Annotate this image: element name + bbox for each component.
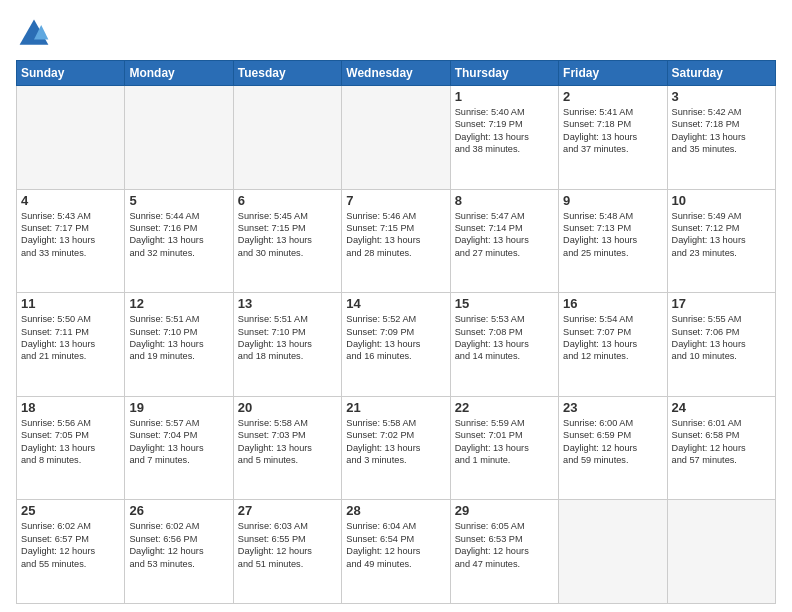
day-header-monday: Monday (125, 61, 233, 86)
day-number: 15 (455, 296, 554, 311)
calendar-cell: 20Sunrise: 5:58 AM Sunset: 7:03 PM Dayli… (233, 396, 341, 500)
cell-details: Sunrise: 5:51 AM Sunset: 7:10 PM Dayligh… (238, 313, 337, 363)
cell-details: Sunrise: 6:03 AM Sunset: 6:55 PM Dayligh… (238, 520, 337, 570)
day-header-wednesday: Wednesday (342, 61, 450, 86)
calendar-cell: 3Sunrise: 5:42 AM Sunset: 7:18 PM Daylig… (667, 86, 775, 190)
day-number: 18 (21, 400, 120, 415)
day-number: 19 (129, 400, 228, 415)
cell-details: Sunrise: 5:58 AM Sunset: 7:03 PM Dayligh… (238, 417, 337, 467)
cell-details: Sunrise: 6:01 AM Sunset: 6:58 PM Dayligh… (672, 417, 771, 467)
cell-details: Sunrise: 5:56 AM Sunset: 7:05 PM Dayligh… (21, 417, 120, 467)
day-number: 10 (672, 193, 771, 208)
calendar-cell: 17Sunrise: 5:55 AM Sunset: 7:06 PM Dayli… (667, 293, 775, 397)
calendar-cell (667, 500, 775, 604)
calendar-cell: 9Sunrise: 5:48 AM Sunset: 7:13 PM Daylig… (559, 189, 667, 293)
cell-details: Sunrise: 5:47 AM Sunset: 7:14 PM Dayligh… (455, 210, 554, 260)
day-number: 16 (563, 296, 662, 311)
day-number: 3 (672, 89, 771, 104)
calendar-cell: 26Sunrise: 6:02 AM Sunset: 6:56 PM Dayli… (125, 500, 233, 604)
day-number: 1 (455, 89, 554, 104)
calendar-cell: 4Sunrise: 5:43 AM Sunset: 7:17 PM Daylig… (17, 189, 125, 293)
calendar-cell: 2Sunrise: 5:41 AM Sunset: 7:18 PM Daylig… (559, 86, 667, 190)
calendar-cell: 6Sunrise: 5:45 AM Sunset: 7:15 PM Daylig… (233, 189, 341, 293)
calendar-cell: 16Sunrise: 5:54 AM Sunset: 7:07 PM Dayli… (559, 293, 667, 397)
cell-details: Sunrise: 5:49 AM Sunset: 7:12 PM Dayligh… (672, 210, 771, 260)
logo (16, 16, 56, 52)
calendar-cell: 18Sunrise: 5:56 AM Sunset: 7:05 PM Dayli… (17, 396, 125, 500)
day-number: 17 (672, 296, 771, 311)
calendar-cell: 11Sunrise: 5:50 AM Sunset: 7:11 PM Dayli… (17, 293, 125, 397)
header (16, 16, 776, 52)
calendar-row: 4Sunrise: 5:43 AM Sunset: 7:17 PM Daylig… (17, 189, 776, 293)
calendar-row: 1Sunrise: 5:40 AM Sunset: 7:19 PM Daylig… (17, 86, 776, 190)
calendar-cell: 10Sunrise: 5:49 AM Sunset: 7:12 PM Dayli… (667, 189, 775, 293)
calendar-cell: 24Sunrise: 6:01 AM Sunset: 6:58 PM Dayli… (667, 396, 775, 500)
cell-details: Sunrise: 5:52 AM Sunset: 7:09 PM Dayligh… (346, 313, 445, 363)
day-header-tuesday: Tuesday (233, 61, 341, 86)
calendar-cell: 25Sunrise: 6:02 AM Sunset: 6:57 PM Dayli… (17, 500, 125, 604)
cell-details: Sunrise: 5:43 AM Sunset: 7:17 PM Dayligh… (21, 210, 120, 260)
calendar-cell (233, 86, 341, 190)
day-number: 12 (129, 296, 228, 311)
day-number: 6 (238, 193, 337, 208)
calendar-cell: 14Sunrise: 5:52 AM Sunset: 7:09 PM Dayli… (342, 293, 450, 397)
cell-details: Sunrise: 5:45 AM Sunset: 7:15 PM Dayligh… (238, 210, 337, 260)
cell-details: Sunrise: 5:46 AM Sunset: 7:15 PM Dayligh… (346, 210, 445, 260)
calendar-cell: 21Sunrise: 5:58 AM Sunset: 7:02 PM Dayli… (342, 396, 450, 500)
cell-details: Sunrise: 6:05 AM Sunset: 6:53 PM Dayligh… (455, 520, 554, 570)
calendar-cell (559, 500, 667, 604)
cell-details: Sunrise: 5:50 AM Sunset: 7:11 PM Dayligh… (21, 313, 120, 363)
calendar-table: SundayMondayTuesdayWednesdayThursdayFrid… (16, 60, 776, 604)
cell-details: Sunrise: 5:57 AM Sunset: 7:04 PM Dayligh… (129, 417, 228, 467)
calendar-cell (17, 86, 125, 190)
cell-details: Sunrise: 5:53 AM Sunset: 7:08 PM Dayligh… (455, 313, 554, 363)
calendar-cell: 8Sunrise: 5:47 AM Sunset: 7:14 PM Daylig… (450, 189, 558, 293)
day-number: 4 (21, 193, 120, 208)
calendar-cell: 12Sunrise: 5:51 AM Sunset: 7:10 PM Dayli… (125, 293, 233, 397)
day-number: 7 (346, 193, 445, 208)
day-number: 13 (238, 296, 337, 311)
calendar-cell: 19Sunrise: 5:57 AM Sunset: 7:04 PM Dayli… (125, 396, 233, 500)
page: SundayMondayTuesdayWednesdayThursdayFrid… (0, 0, 792, 612)
day-number: 27 (238, 503, 337, 518)
cell-details: Sunrise: 6:04 AM Sunset: 6:54 PM Dayligh… (346, 520, 445, 570)
day-number: 8 (455, 193, 554, 208)
day-header-friday: Friday (559, 61, 667, 86)
day-header-thursday: Thursday (450, 61, 558, 86)
calendar-cell: 15Sunrise: 5:53 AM Sunset: 7:08 PM Dayli… (450, 293, 558, 397)
day-number: 25 (21, 503, 120, 518)
header-row: SundayMondayTuesdayWednesdayThursdayFrid… (17, 61, 776, 86)
calendar-cell: 13Sunrise: 5:51 AM Sunset: 7:10 PM Dayli… (233, 293, 341, 397)
day-header-sunday: Sunday (17, 61, 125, 86)
cell-details: Sunrise: 5:51 AM Sunset: 7:10 PM Dayligh… (129, 313, 228, 363)
cell-details: Sunrise: 5:55 AM Sunset: 7:06 PM Dayligh… (672, 313, 771, 363)
day-number: 20 (238, 400, 337, 415)
cell-details: Sunrise: 5:42 AM Sunset: 7:18 PM Dayligh… (672, 106, 771, 156)
cell-details: Sunrise: 5:44 AM Sunset: 7:16 PM Dayligh… (129, 210, 228, 260)
cell-details: Sunrise: 5:54 AM Sunset: 7:07 PM Dayligh… (563, 313, 662, 363)
cell-details: Sunrise: 5:41 AM Sunset: 7:18 PM Dayligh… (563, 106, 662, 156)
day-number: 28 (346, 503, 445, 518)
day-number: 9 (563, 193, 662, 208)
calendar-cell (125, 86, 233, 190)
calendar-cell: 1Sunrise: 5:40 AM Sunset: 7:19 PM Daylig… (450, 86, 558, 190)
logo-icon (16, 16, 52, 52)
day-number: 23 (563, 400, 662, 415)
calendar-cell: 27Sunrise: 6:03 AM Sunset: 6:55 PM Dayli… (233, 500, 341, 604)
day-number: 24 (672, 400, 771, 415)
cell-details: Sunrise: 6:02 AM Sunset: 6:57 PM Dayligh… (21, 520, 120, 570)
day-number: 29 (455, 503, 554, 518)
day-number: 11 (21, 296, 120, 311)
calendar-cell: 28Sunrise: 6:04 AM Sunset: 6:54 PM Dayli… (342, 500, 450, 604)
day-header-saturday: Saturday (667, 61, 775, 86)
day-number: 21 (346, 400, 445, 415)
calendar-row: 11Sunrise: 5:50 AM Sunset: 7:11 PM Dayli… (17, 293, 776, 397)
calendar-row: 18Sunrise: 5:56 AM Sunset: 7:05 PM Dayli… (17, 396, 776, 500)
cell-details: Sunrise: 5:48 AM Sunset: 7:13 PM Dayligh… (563, 210, 662, 260)
cell-details: Sunrise: 6:00 AM Sunset: 6:59 PM Dayligh… (563, 417, 662, 467)
cell-details: Sunrise: 5:59 AM Sunset: 7:01 PM Dayligh… (455, 417, 554, 467)
calendar-row: 25Sunrise: 6:02 AM Sunset: 6:57 PM Dayli… (17, 500, 776, 604)
calendar-cell: 29Sunrise: 6:05 AM Sunset: 6:53 PM Dayli… (450, 500, 558, 604)
day-number: 5 (129, 193, 228, 208)
day-number: 2 (563, 89, 662, 104)
